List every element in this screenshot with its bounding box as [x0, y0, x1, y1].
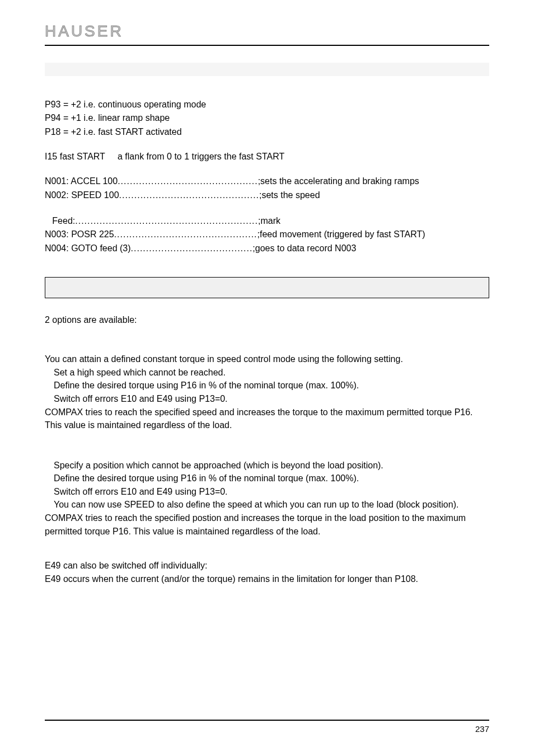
option1-intro: You can attain a defined constant torque…: [45, 353, 489, 365]
program-comment: ;sets the speed: [259, 189, 320, 201]
section-box: [45, 277, 489, 298]
option2-outro: COMPAX tries to reach the specified post…: [45, 512, 489, 524]
footer-divider: [45, 720, 489, 721]
option2-bullet: Define the desired torque using P16 in %…: [45, 472, 489, 485]
option1-bullet: Define the desired torque using P16 in %…: [45, 379, 489, 392]
input-row: I15 fast START a flank from 0 to 1 trigg…: [45, 152, 489, 162]
note-line: E49 occurs when the current (and/or the …: [45, 573, 489, 585]
option2-outro: permitted torque P16. This value is main…: [45, 525, 489, 538]
program-line: N001: ACCEL 100 ........................…: [45, 175, 381, 187]
program-line: N004: GOTO feed (3) ....................…: [45, 242, 381, 255]
option-2-block: Specify a position which cannot be appro…: [45, 459, 489, 538]
brand-logo: HAUSER: [45, 22, 489, 40]
option2-bullet: Specify a position which cannot be appro…: [45, 459, 489, 472]
option1-outro: COMPAX tries to reach the specified spee…: [45, 406, 489, 419]
dots: ........................................…: [114, 228, 257, 241]
program-code: N003: POSR 225: [45, 228, 114, 241]
program-line: Feed: ..................................…: [45, 215, 381, 227]
input-desc: a flank from 0 to 1 triggers the fast ST…: [118, 152, 284, 162]
program-block-1: N001: ACCEL 100 ........................…: [45, 175, 381, 201]
program-comment: ;goes to data record N003: [252, 242, 356, 255]
program-line: N003: POSR 225 .........................…: [45, 228, 381, 241]
top-divider: [45, 45, 489, 46]
parameters-block: P93 = +2 i.e. continuous operating mode …: [45, 98, 489, 138]
note-line: E49 can also be switched off individuall…: [45, 560, 489, 572]
option1-outro: This value is maintained regardless of t…: [45, 419, 489, 431]
program-comment: ;mark: [258, 215, 280, 227]
param-p94: P94 = +1 i.e. linear ramp shape: [45, 112, 489, 124]
option1-bullet: Set a high speed which cannot be reached…: [45, 367, 489, 379]
program-code: N001: ACCEL 100: [45, 175, 118, 187]
options-intro: 2 options are available:: [45, 315, 489, 325]
page-footer: 237: [45, 720, 489, 734]
option1-bullet: Switch off errors E10 and E49 using P13=…: [45, 393, 489, 405]
program-block-2: Feed: ..................................…: [45, 215, 381, 255]
param-p18: P18 = +2 i.e. fast START activated: [45, 126, 489, 138]
program-comment: ;sets the accelerating and braking ramps: [258, 175, 419, 187]
program-code: N004: GOTO feed (3): [45, 242, 131, 255]
dots: ........................................…: [75, 215, 258, 227]
dots: ........................................: [131, 242, 253, 255]
program-code: N002: SPEED 100: [45, 189, 119, 201]
option2-bullet: You can now use SPEED to also define the…: [45, 499, 489, 511]
option2-bullet: Switch off errors E10 and E49 using P13=…: [45, 486, 489, 498]
param-p93: P93 = +2 i.e. continuous operating mode: [45, 98, 489, 111]
note-block: E49 can also be switched off individuall…: [45, 560, 489, 585]
page-number: 237: [45, 724, 489, 734]
input-label: I15 fast START: [45, 152, 118, 162]
program-line: N002: SPEED 100 ........................…: [45, 189, 381, 201]
program-code: Feed:: [45, 215, 75, 227]
dots: ........................................…: [119, 189, 259, 201]
option-1-block: You can attain a defined constant torque…: [45, 353, 489, 431]
dots: ........................................…: [118, 175, 257, 187]
section-bar: [45, 63, 489, 76]
program-comment: ;feed movement (triggered by fast START): [257, 228, 425, 241]
